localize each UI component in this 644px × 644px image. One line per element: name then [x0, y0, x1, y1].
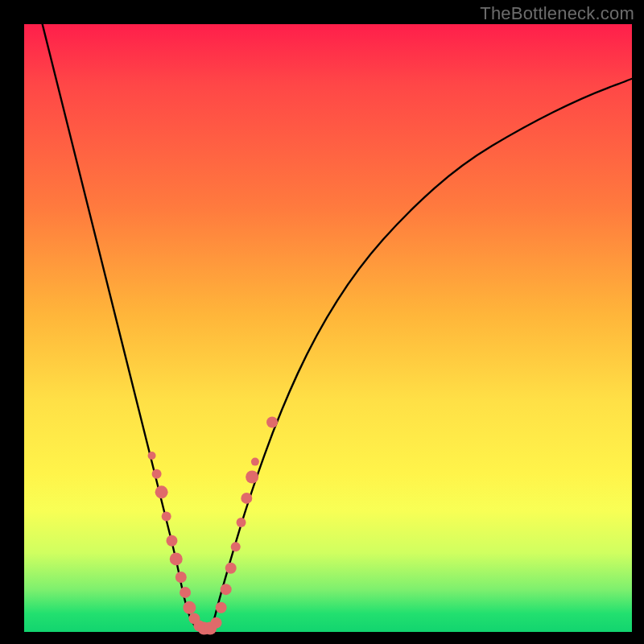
marker-point	[166, 535, 177, 547]
marker-point	[266, 417, 278, 428]
marker-point	[211, 617, 222, 629]
marker-point	[183, 601, 196, 614]
marker-point	[170, 552, 183, 565]
bottleneck-curve	[43, 24, 632, 632]
marker-point	[221, 584, 232, 595]
marker-point	[155, 485, 168, 498]
marker-point	[241, 493, 252, 504]
marker-point	[180, 587, 191, 598]
marker-point	[237, 518, 246, 527]
marker-point	[225, 563, 237, 574]
marker-point	[148, 452, 156, 460]
marker-point	[231, 542, 241, 551]
marker-point	[246, 470, 258, 483]
marker-point	[251, 458, 259, 466]
plot-area	[24, 24, 632, 632]
watermark-text: TheBottleneck.com	[480, 3, 634, 24]
chart-frame: TheBottleneck.com	[0, 0, 644, 644]
marker-point	[162, 512, 171, 522]
marker-point	[175, 572, 187, 583]
curve-svg	[24, 24, 632, 632]
marker-point	[216, 602, 227, 613]
marker-point	[152, 469, 162, 479]
